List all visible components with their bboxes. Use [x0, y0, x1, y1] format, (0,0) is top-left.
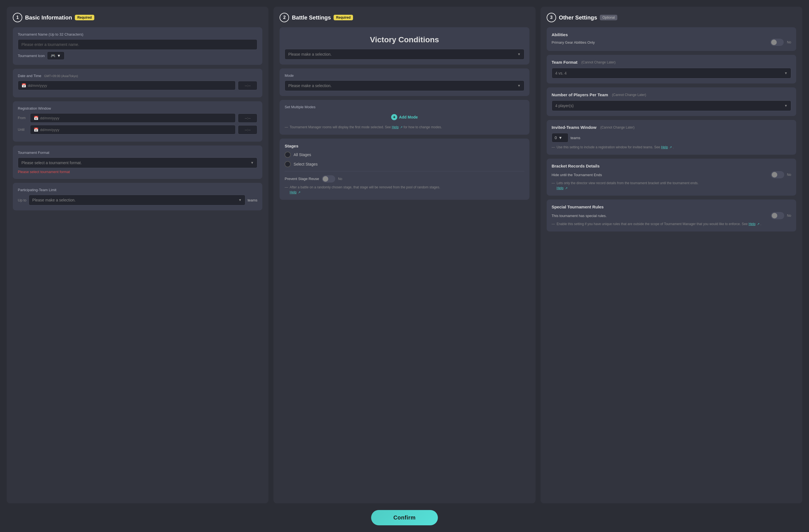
section1-badge: Required	[75, 15, 94, 20]
team-format-cannot-change: (Cannot Change Later)	[582, 61, 616, 64]
special-hint-text: Enable this setting if you have unique r…	[557, 222, 748, 226]
invited-select-arrow: ▼	[558, 136, 562, 140]
invited-teams-select[interactable]: 0 ▼	[552, 133, 568, 142]
multiple-modes-hint: — Tournament Manager rooms will display …	[285, 125, 524, 130]
multiple-modes-label: Set Multiple Modes	[285, 105, 524, 109]
special-help-ext-icon: ↗	[757, 222, 759, 226]
date-picker-button[interactable]: 📅 dd/mm/yyyy	[18, 81, 236, 90]
confirm-footer: Confirm	[0, 503, 809, 532]
stages-label: Stages	[285, 143, 524, 148]
tournament-name-label: Tournament Name (Up to 32 Characters)	[18, 32, 257, 36]
reg-from-time-value: --:--	[245, 116, 251, 120]
invited-help-link[interactable]: Help	[661, 145, 668, 149]
players-per-team-card: Number of Players Per Team (Cannot Chang…	[547, 87, 796, 116]
reg-from-date-button[interactable]: 📅 dd/mm/yyyy	[30, 113, 236, 123]
invited-teams-label: Invited-Teams Window	[552, 125, 597, 130]
special-rules-toggle-value: No	[787, 214, 791, 218]
primary-gear-toggle-knob	[771, 39, 777, 45]
team-limit-dropdown[interactable]: Please make a selection. ▼	[29, 195, 245, 205]
team-format-label-row: Team Format (Cannot Change Later)	[552, 60, 791, 65]
tournament-name-input[interactable]	[18, 39, 257, 50]
step3-circle: 3	[547, 13, 556, 22]
victory-dropdown-arrow: ▼	[517, 52, 521, 56]
all-stages-radio-circle	[285, 152, 291, 158]
bracket-hide-toggle[interactable]	[771, 171, 784, 178]
icon-emoji: 🎮	[51, 53, 55, 58]
reg-from-cal-icon: 📅	[34, 116, 38, 120]
icon-selector-button[interactable]: 🎮 ▼	[47, 51, 65, 60]
prevent-stage-toggle[interactable]	[322, 175, 335, 183]
modes-help-ext-icon: ↗	[400, 125, 402, 129]
tournament-format-label: Tournament Format	[18, 151, 257, 155]
invited-hint-text: Use this setting to include a registrati…	[557, 145, 660, 149]
mode-dropdown-arrow: ▼	[517, 84, 521, 88]
team-limit-arrow: ▼	[238, 198, 242, 202]
modes-help-link[interactable]: Help	[392, 125, 399, 129]
select-stages-radio[interactable]: Select Stages	[285, 161, 524, 167]
reg-until-cal-icon: 📅	[34, 127, 38, 132]
stages-radio-group: All Stages Select Stages	[285, 152, 524, 167]
abilities-card: Abilities Primary Gear Abilities Only No	[547, 27, 796, 51]
participating-limit-row: Up to Please make a selection. ▼ teams	[18, 195, 257, 205]
date-time-label-row: Date and Time GMT+09:00 (Asia/Tokyo)	[18, 74, 257, 78]
team-format-dropdown[interactable]: 4 vs. 4 ▼	[552, 68, 791, 79]
victory-conditions-title: Victory Conditions	[285, 35, 524, 45]
invited-teams-row: 0 ▼ teams	[552, 133, 791, 142]
special-rules-toggle-knob	[772, 213, 777, 219]
time-picker-button[interactable]: --:--	[238, 81, 257, 90]
date-time-label: Date and Time	[18, 74, 41, 78]
section2-badge: Required	[333, 15, 353, 20]
timezone-label: GMT+09:00 (Asia/Tokyo)	[44, 74, 78, 78]
section-basic-info: 1 Basic Information Required Tournament …	[7, 7, 269, 503]
special-rules-this-label: This tournament has special rules.	[552, 214, 768, 218]
bracket-hint-text: Lets only the director view record detai…	[557, 181, 699, 185]
mode-card: Mode Please make a selection. ▼	[280, 68, 529, 96]
reg-from-time-button[interactable]: --:--	[238, 114, 257, 123]
prevent-stage-toggle-knob	[323, 176, 328, 182]
prevent-help-ext-icon: ↗	[298, 191, 300, 194]
team-format-arrow: ▼	[784, 71, 788, 75]
bracket-records-card: Bracket Records Details Hide until the T…	[547, 159, 796, 195]
participating-limit-card: Participating-Team Limit Up to Please ma…	[13, 183, 262, 210]
prevent-stage-reuse-row: Prevent Stage Reuse No	[285, 175, 524, 183]
team-format-label: Team Format	[552, 60, 578, 65]
mode-dropdown[interactable]: Please make a selection. ▼	[285, 81, 524, 91]
players-per-team-dropdown[interactable]: 4 player(s) ▼	[552, 100, 791, 111]
time-value: --:--	[245, 84, 251, 88]
prevent-help-link[interactable]: Help	[290, 190, 296, 194]
prevent-hint-text: After a battle on a randomly chosen stag…	[290, 185, 440, 189]
section-battle-settings: 2 Battle Settings Required Victory Condi…	[274, 7, 535, 503]
all-stages-radio[interactable]: All Stages	[285, 152, 524, 158]
up-to-label: Up to	[18, 198, 27, 202]
bracket-hide-toggle-knob	[772, 172, 777, 177]
teams-label: teams	[247, 198, 257, 202]
confirm-button[interactable]: Confirm	[371, 510, 438, 525]
hint-text-prefix: Tournament Manager rooms will display th…	[290, 125, 391, 129]
reg-until-time-button[interactable]: --:--	[238, 125, 257, 134]
bracket-hide-row: Hide until the Tournament Ends No	[552, 171, 791, 178]
add-mode-button[interactable]: + Add Mode	[285, 112, 524, 122]
reg-until-date-value: dd/mm/yyyy	[40, 128, 59, 132]
section1-title: Basic Information	[25, 15, 72, 21]
icon-dropdown-arrow: ▼	[57, 53, 61, 58]
victory-conditions-dropdown[interactable]: Please make a selection. ▼	[285, 49, 524, 59]
special-help-link[interactable]: Help	[748, 222, 756, 226]
date-time-main-row: 📅 dd/mm/yyyy --:--	[18, 81, 257, 90]
reg-until-date-button[interactable]: 📅 dd/mm/yyyy	[30, 125, 236, 134]
special-rules-row: This tournament has special rules. No	[552, 212, 791, 219]
players-per-team-label: Number of Players Per Team	[552, 92, 608, 97]
mode-label: Mode	[285, 73, 524, 78]
team-limit-value: Please make a selection.	[32, 198, 76, 202]
bracket-help-link[interactable]: Help	[557, 186, 564, 190]
primary-gear-toggle[interactable]	[770, 39, 784, 46]
victory-conditions-card: Victory Conditions Please make a selecti…	[280, 27, 529, 65]
abilities-row: Primary Gear Abilities Only No	[552, 39, 791, 46]
all-stages-label: All Stages	[293, 153, 311, 157]
add-mode-label: Add Mode	[399, 115, 418, 119]
special-rules-label: Special Tournament Rules	[552, 205, 791, 209]
multiple-modes-card: Set Multiple Modes + Add Mode — Tourname…	[280, 100, 529, 135]
reg-until-time-value: --:--	[245, 128, 251, 132]
special-rules-toggle[interactable]	[771, 212, 784, 219]
tournament-format-dropdown[interactable]: Please select a tournament format. ▼	[18, 157, 257, 168]
team-format-card: Team Format (Cannot Change Later) 4 vs. …	[547, 55, 796, 84]
